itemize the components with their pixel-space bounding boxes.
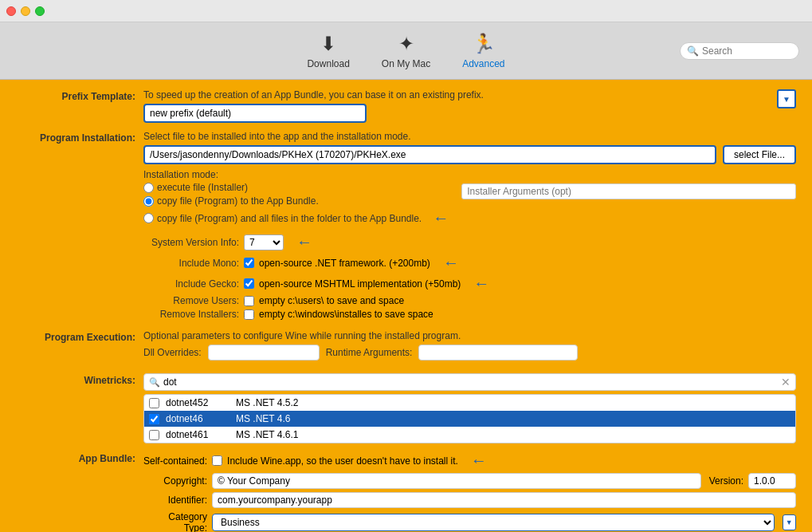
radio-copy-program-input[interactable]: [143, 196, 154, 207]
include-mono-row: Include Mono: open-source .NET framework…: [143, 254, 796, 272]
radio-copy-all: copy file (Program) and all files in the…: [143, 209, 449, 227]
prefix-template-input[interactable]: [143, 104, 367, 123]
select-file-button[interactable]: select File...: [723, 145, 796, 164]
remove-installers-label: Remove Installers:: [143, 309, 239, 320]
winetricks-item-dotnet461[interactable]: dotnet461 MS .NET 4.6.1: [144, 427, 795, 443]
program-execution-desc: Optional parameters to configure Wine wh…: [143, 330, 796, 341]
winetricks-check-dotnet452[interactable]: [149, 398, 159, 408]
include-mono-desc: open-source .NET framework. (+200mb): [259, 258, 430, 269]
include-gecko-checkbox[interactable]: [244, 278, 254, 289]
winetricks-search-input[interactable]: [163, 376, 781, 388]
advanced-icon: 🏃: [472, 33, 496, 55]
program-installation-content: Select file to be installed into the app…: [143, 131, 796, 322]
radio-execute-input[interactable]: [143, 183, 154, 193]
arrow-copy-all: ←: [433, 209, 449, 227]
installation-mode-section: Installation mode: execute file (Install…: [143, 169, 796, 230]
program-execution-content: Optional parameters to configure Wine wh…: [143, 330, 796, 365]
toolbar-label-on-my-mac: On My Mac: [382, 58, 430, 69]
winetricks-id-dotnet46: dotnet46: [166, 413, 229, 424]
copyright-row: Copyright: Version:: [143, 473, 796, 489]
toolbar-label-advanced: Advanced: [462, 58, 504, 69]
remove-users-row: Remove Users: empty c:\users\ to save an…: [143, 295, 796, 306]
toolbar-label-download: Download: [307, 58, 349, 69]
maximize-button[interactable]: [35, 6, 45, 16]
app-bundle-content: Self-contained: Include Wine.app, so the…: [143, 451, 796, 532]
search-box: 🔍: [680, 42, 799, 60]
program-installation-label: Program Installation:: [16, 131, 143, 144]
winetricks-item-dotnet452[interactable]: dotnet452 MS .NET 4.5.2: [144, 395, 795, 411]
winetricks-id-dotnet461: dotnet461: [166, 429, 229, 440]
identifier-row: Identifier:: [143, 492, 796, 508]
app-bundle-label: App Bundle:: [16, 451, 143, 464]
system-version-row: System Version Info: 7 8 10 ←: [143, 233, 796, 251]
dll-runtime-row: Dll Overrides: Runtime Arguments:: [143, 345, 796, 361]
winetricks-content: 🔍 ✕ dotnet452 MS .NET 4.5.2 dotnet46 MS …: [143, 373, 796, 443]
close-button[interactable]: [6, 6, 16, 16]
radio-copy-all-input[interactable]: [143, 213, 154, 223]
prefix-template-row: Prefix Template: To speed up the creatio…: [16, 89, 796, 123]
toolbar: ⬇ Download ✦ On My Mac 🏃 Advanced 🔍: [0, 22, 812, 80]
minimize-button[interactable]: [21, 6, 30, 16]
identifier-label: Identifier:: [143, 495, 207, 506]
winetricks-clear-icon[interactable]: ✕: [781, 376, 790, 388]
winetricks-desc-dotnet46: MS .NET 4.6: [236, 413, 290, 424]
radio-execute: execute file (Installer): [143, 182, 449, 193]
on-my-mac-icon: ✦: [398, 33, 414, 55]
winetricks-check-dotnet461[interactable]: [149, 430, 159, 440]
remove-users-desc: empty c:\users\ to save and space: [259, 295, 404, 306]
traffic-lights: [6, 6, 45, 16]
category-row: Category Type: Business Education Games …: [143, 511, 796, 532]
include-gecko-row: Include Gecko: open-source MSHTML implem…: [143, 274, 796, 293]
toolbar-items: ⬇ Download ✦ On My Mac 🏃 Advanced: [307, 33, 504, 69]
search-input[interactable]: [702, 45, 798, 57]
radio-copy-program: copy file (Program) to the App Bundle.: [143, 195, 449, 207]
self-contained-desc: Include Wine.app, so the user doesn't ha…: [227, 455, 458, 467]
prefix-template-content: To speed up the creation of an App Bundl…: [143, 89, 774, 123]
dll-overrides-label: Dll Overrides:: [143, 347, 202, 358]
include-gecko-desc: open-source MSHTML implementation (+50mb…: [259, 278, 461, 290]
version-label: Version:: [709, 475, 743, 487]
arrow-self-contained: ←: [471, 451, 487, 470]
system-version-select[interactable]: 7 8 10: [244, 234, 284, 250]
remove-installers-checkbox[interactable]: [244, 309, 254, 320]
program-execution-label: Program Execution:: [16, 330, 143, 343]
titlebar: [0, 0, 812, 22]
toolbar-item-advanced[interactable]: 🏃 Advanced: [462, 33, 504, 69]
installer-args-container: [461, 169, 796, 199]
include-mono-label: Include Mono:: [143, 258, 239, 269]
remove-users-checkbox[interactable]: [244, 296, 254, 306]
winetricks-row: Winetricks: 🔍 ✕ dotnet452 MS .NET 4.5.2 …: [16, 373, 796, 443]
identifier-input[interactable]: [212, 492, 796, 508]
self-contained-row: Self-contained: Include Wine.app, so the…: [143, 451, 796, 470]
copyright-input[interactable]: [212, 473, 701, 489]
winetricks-item-dotnet46[interactable]: dotnet46 MS .NET 4.6: [144, 411, 795, 427]
radio-copy-all-label: copy file (Program) and all files in the…: [157, 213, 422, 224]
include-mono-checkbox[interactable]: [244, 258, 254, 268]
winetricks-desc-dotnet452: MS .NET 4.5.2: [236, 397, 298, 408]
winetricks-desc-dotnet461: MS .NET 4.6.1: [236, 429, 298, 440]
toolbar-item-download[interactable]: ⬇ Download: [307, 33, 349, 69]
installer-args-input[interactable]: [461, 183, 796, 199]
winetricks-search-box: 🔍 ✕: [143, 373, 796, 391]
dll-overrides-input[interactable]: [208, 345, 320, 361]
installation-mode-label-text: Installation mode:: [143, 169, 449, 180]
copyright-label: Copyright:: [143, 475, 207, 487]
version-input[interactable]: [748, 473, 796, 489]
runtime-args-input[interactable]: [418, 345, 578, 361]
category-select[interactable]: Business Education Games Utilities: [212, 514, 775, 531]
toolbar-item-on-my-mac[interactable]: ✦ On My Mac: [382, 33, 430, 69]
prefix-template-desc: To speed up the creation of an App Bundl…: [143, 89, 774, 100]
self-contained-label: Self-contained:: [143, 455, 207, 467]
prefix-template-label: Prefix Template:: [16, 89, 143, 102]
arrow-system-version: ←: [296, 233, 312, 251]
program-installation-desc: Select file to be installed into the app…: [143, 131, 796, 142]
prefix-dropdown-arrow[interactable]: ▼: [777, 89, 796, 108]
program-execution-row: Program Execution: Optional parameters t…: [16, 330, 796, 365]
program-installation-row: Program Installation: Select file to be …: [16, 131, 796, 322]
category-dropdown-arrow[interactable]: ▼: [783, 514, 796, 530]
program-path-input[interactable]: [143, 145, 716, 164]
self-contained-checkbox[interactable]: [212, 455, 222, 466]
installation-modes: Installation mode: execute file (Install…: [143, 169, 449, 230]
remove-installers-row: Remove Installers: empty c:\windows\inst…: [143, 309, 796, 320]
winetricks-check-dotnet46[interactable]: [149, 414, 159, 424]
